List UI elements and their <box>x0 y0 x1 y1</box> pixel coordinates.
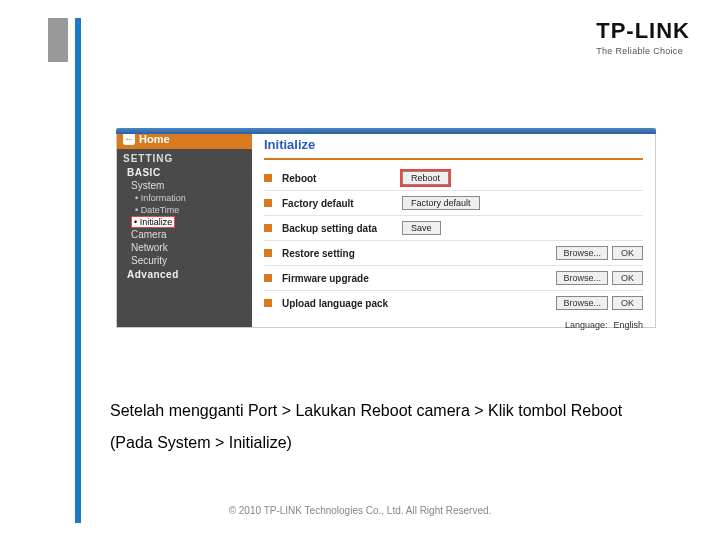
footer-copyright: © 2010 TP-LINK Technologies Co., Ltd. Al… <box>0 505 720 516</box>
bullet-icon <box>264 274 272 282</box>
label-backup: Backup setting data <box>282 223 392 234</box>
main-panel: Initialize Reboot Reboot Factory default… <box>252 129 655 327</box>
langpack-ok-button[interactable]: OK <box>612 296 643 310</box>
logo: TP-LINK The Reliable Choice <box>596 18 690 56</box>
sidebar-security[interactable]: Security <box>117 254 252 267</box>
firmware-browse-button[interactable]: Browse... <box>556 271 608 285</box>
row-divider <box>264 290 643 291</box>
sidebar-system[interactable]: System <box>117 179 252 192</box>
bullet-icon <box>264 174 272 182</box>
row-divider <box>264 240 643 241</box>
sidebar-network[interactable]: Network <box>117 241 252 254</box>
row-divider <box>264 265 643 266</box>
title-divider <box>264 158 643 160</box>
label-reboot: Reboot <box>282 173 392 184</box>
restore-ok-button[interactable]: OK <box>612 246 643 260</box>
row-restore: Restore setting Browse... OK <box>264 243 643 263</box>
caption-line-2: (Pada System > Initialize) <box>110 432 650 454</box>
decor-bar-gray <box>48 18 68 62</box>
page-title: Initialize <box>264 137 643 152</box>
label-langpack: Upload language pack <box>282 298 392 309</box>
label-firmware: Firmware upgrade <box>282 273 392 284</box>
home-arrow-icon: ← <box>123 133 135 145</box>
factory-default-button[interactable]: Factory default <box>402 196 480 210</box>
row-divider <box>264 190 643 191</box>
decor-bar-blue <box>75 18 81 523</box>
save-button[interactable]: Save <box>402 221 441 235</box>
sidebar-section-basic: BASIC <box>117 165 252 179</box>
slide: TP-LINK The Reliable Choice ← Home SETTI… <box>0 0 720 540</box>
settings-sidebar: ← Home SETTING BASIC System • Informatio… <box>117 129 252 327</box>
sidebar-section-setting: SETTING <box>117 149 252 165</box>
row-langpack: Upload language pack Browse... OK <box>264 293 643 313</box>
logo-tagline: The Reliable Choice <box>596 46 690 56</box>
row-backup: Backup setting data Save <box>264 218 643 238</box>
bullet-icon <box>264 249 272 257</box>
row-divider <box>264 215 643 216</box>
language-value: English <box>613 320 643 330</box>
bullet-icon <box>264 299 272 307</box>
firmware-ok-button[interactable]: OK <box>612 271 643 285</box>
restore-browse-button[interactable]: Browse... <box>556 246 608 260</box>
row-firmware: Firmware upgrade Browse... OK <box>264 268 643 288</box>
label-restore: Restore setting <box>282 248 392 259</box>
caption-text: Setelah mengganti Port > Lakukan Reboot … <box>110 400 650 463</box>
langpack-browse-button[interactable]: Browse... <box>556 296 608 310</box>
router-ui-screenshot: ← Home SETTING BASIC System • Informatio… <box>116 128 656 328</box>
sidebar-item-information[interactable]: • Information <box>117 192 252 204</box>
sidebar-item-datetime[interactable]: • DateTime <box>117 204 252 216</box>
label-language: Language: <box>565 320 608 330</box>
sidebar-item-initialize[interactable]: • Initialize <box>131 216 175 228</box>
bullet-icon <box>264 224 272 232</box>
reboot-button[interactable]: Reboot <box>402 171 449 185</box>
screenshot-top-bar <box>116 128 656 134</box>
label-factory: Factory default <box>282 198 392 209</box>
caption-line-1: Setelah mengganti Port > Lakukan Reboot … <box>110 400 650 422</box>
sidebar-advanced[interactable]: Advanced <box>117 267 252 281</box>
bullet-icon <box>264 199 272 207</box>
sidebar-camera[interactable]: Camera <box>117 228 252 241</box>
row-reboot: Reboot Reboot <box>264 168 643 188</box>
row-factory: Factory default Factory default <box>264 193 643 213</box>
row-language: Language: English <box>264 315 643 335</box>
home-label: Home <box>139 133 170 145</box>
logo-brand: TP-LINK <box>596 18 690 44</box>
